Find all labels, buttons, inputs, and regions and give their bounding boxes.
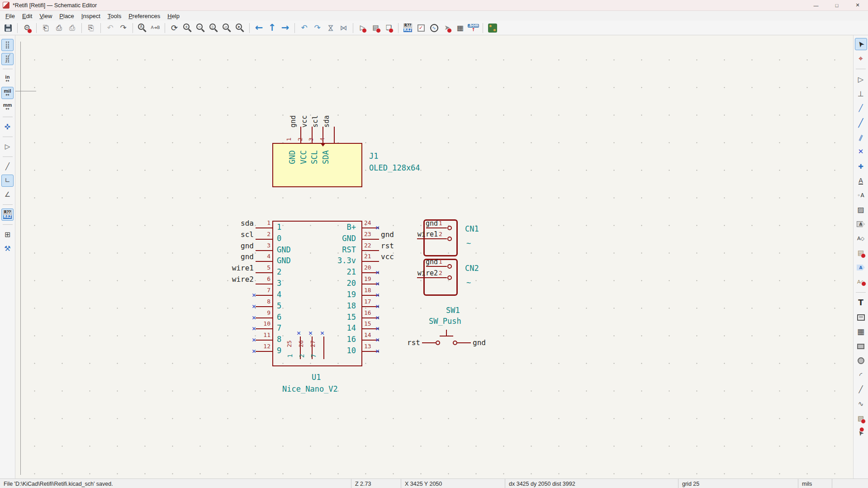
j1-symbol-body[interactable] — [272, 143, 362, 187]
bus-entry-button[interactable]: ∥ — [855, 131, 867, 143]
netclass-directive-button[interactable]: ◦A — [855, 189, 867, 201]
simulator-button[interactable]: ∿ — [428, 22, 440, 34]
grid-dots-button[interactable]: ⣿ — [1, 39, 14, 51]
zoom-selection-button[interactable]: ➤ — [234, 22, 246, 34]
import-sheet-pin-button[interactable]: A — [855, 261, 867, 274]
mirror-horizontal-button[interactable]: ⋈ — [337, 22, 350, 34]
sync-sheet-pins-button[interactable]: A◇ — [855, 276, 867, 288]
menu-place[interactable]: Place — [56, 12, 78, 20]
net-label[interactable]: vcc — [381, 253, 394, 261]
print-button[interactable]: ⎙ — [53, 22, 65, 34]
cn1-value[interactable]: ~ — [466, 239, 471, 248]
hierarchy-navigator-button[interactable]: ⊞ — [1, 228, 14, 241]
save-button[interactable] — [2, 22, 14, 34]
cn1-reference[interactable]: CN1 — [465, 225, 479, 234]
net-label[interactable]: wire2 — [209, 275, 254, 284]
net-label[interactable]: gnd — [209, 242, 254, 250]
u1-reference[interactable]: U1 — [312, 373, 321, 382]
units-inches-button[interactable]: in↔ — [1, 73, 14, 85]
schematic-setup-button[interactable]: ⚙ — [21, 22, 33, 34]
no-connect-flag-button[interactable]: ✕ — [855, 146, 867, 158]
sw1-reference[interactable]: SW1 — [446, 306, 460, 315]
schematic-canvas[interactable]: 1gndGND2vccVCC3sclSCL4sdaSDAJ1OLED_128x6… — [15, 35, 853, 479]
zoom-fit-objects-button[interactable]: ▱ — [221, 22, 233, 34]
units-mils-button[interactable]: mil↔ — [1, 87, 14, 99]
find-replace-button[interactable]: A➔B — [149, 22, 161, 34]
rotate-ccw-button[interactable]: ↶ — [298, 22, 310, 34]
refresh-view-button[interactable]: ⟳ — [168, 22, 180, 34]
draw-rectangle-button[interactable] — [855, 340, 867, 352]
draw-bezier-button[interactable]: ∿ — [855, 398, 867, 410]
select-button[interactable]: ➤ — [855, 38, 867, 50]
navigate-forward-button[interactable]: → — [279, 22, 291, 34]
draw-arc-button[interactable]: ◜ — [855, 369, 867, 381]
wire-free-angle-button[interactable]: ╱ — [1, 161, 14, 173]
draw-text-button[interactable]: T — [855, 297, 867, 309]
highlight-net-button[interactable]: ⌖ — [855, 52, 867, 65]
net-label[interactable]: gnd — [209, 253, 254, 261]
draw-lines-button[interactable]: ╱ — [855, 384, 867, 396]
redo-button[interactable]: ↷ — [117, 22, 129, 34]
cursor-shape-button[interactable]: ✜ — [1, 121, 14, 133]
menu-preferences[interactable]: Preferences — [125, 12, 164, 20]
wire-45-angle-button[interactable]: ∠ — [1, 189, 14, 201]
cn2-reference[interactable]: CN2 — [465, 264, 479, 273]
net-label[interactable]: sda — [209, 219, 254, 227]
menu-file[interactable]: File — [2, 12, 19, 20]
draw-textbox-button[interactable] — [855, 311, 867, 323]
annotate-automatically-button[interactable]: R??R42 — [1, 208, 14, 221]
net-label[interactable]: wire2 — [402, 270, 438, 277]
menu-view[interactable]: View — [36, 12, 56, 20]
grid-override-button[interactable]: ⣿ — [1, 53, 14, 65]
menu-help[interactable]: Help — [164, 12, 183, 20]
mirror-vertical-button[interactable]: ⋈ — [324, 22, 337, 34]
net-label[interactable]: gnd — [381, 231, 394, 239]
net-label[interactable]: rst — [398, 339, 420, 347]
external-tools-button[interactable]: ⚒ — [1, 242, 14, 255]
navigate-back-button[interactable]: ← — [253, 22, 265, 34]
undo-button[interactable]: ↶ — [104, 22, 116, 34]
wire-hv-angle-button[interactable]: ∟ — [1, 175, 14, 187]
net-label[interactable]: wire1 — [209, 264, 254, 272]
find-button[interactable]: A — [136, 22, 148, 34]
u1-value[interactable]: Nice_Nano_V2 — [282, 385, 338, 394]
navigate-up-button[interactable]: ↑ — [266, 22, 278, 34]
paste-button[interactable]: ⎘ — [85, 22, 97, 34]
cn2-value[interactable]: ~ — [466, 279, 471, 288]
menu-edit[interactable]: Edit — [19, 12, 36, 20]
sw1-value[interactable]: SW_Push — [429, 317, 461, 326]
net-label[interactable]: gnd — [473, 339, 486, 347]
annotate-button[interactable]: R??R42 — [402, 22, 414, 34]
page-settings-button[interactable]: ⎗ — [40, 22, 52, 34]
place-symbol-button[interactable]: ▷ — [855, 73, 867, 85]
net-label[interactable]: gnd — [402, 220, 438, 227]
generate-bom-button[interactable]: .bom↑ — [467, 22, 479, 34]
erc-button[interactable]: ✓ — [415, 22, 427, 34]
place-power-port-button[interactable]: ⊥ — [855, 88, 867, 100]
net-label[interactable]: gnd — [402, 258, 438, 266]
zoom-out-button[interactable]: − — [194, 22, 207, 34]
symbol-editor-button[interactable]: ▷ — [356, 22, 369, 34]
net-label-button[interactable]: A — [855, 175, 867, 187]
assign-footprints-button[interactable]: ➤ — [441, 22, 453, 34]
units-mm-button[interactable]: mm↔ — [1, 101, 14, 113]
symbol-fields-table-button[interactable]: ▦ — [454, 22, 466, 34]
minimize-button[interactable]: — — [806, 0, 826, 10]
junction-button[interactable]: ✚ — [855, 160, 867, 172]
place-image-button[interactable]: ▧ — [855, 412, 867, 425]
net-label[interactable]: scl — [209, 231, 254, 239]
draw-bus-button[interactable]: ╱ — [855, 117, 867, 129]
close-button[interactable]: ✕ — [847, 0, 868, 10]
j1-reference[interactable]: J1 — [369, 152, 378, 161]
plot-button[interactable]: ⎙ — [66, 22, 78, 34]
zoom-fit-page-button[interactable]: ▯ — [208, 22, 220, 34]
draw-circle-button[interactable] — [855, 355, 867, 367]
net-label[interactable]: wire1 — [402, 231, 438, 238]
zoom-in-button[interactable]: + — [181, 22, 194, 34]
draw-wire-button[interactable]: ╱ — [855, 102, 867, 114]
hierarchical-label-button[interactable]: A◇ — [855, 232, 867, 245]
rule-area-button[interactable]: ▨ — [855, 204, 867, 216]
footprint-editor-button[interactable]: ❏ — [383, 22, 395, 34]
rotate-cw-button[interactable]: ↷ — [311, 22, 323, 34]
menu-inspect[interactable]: Inspect — [78, 12, 104, 20]
